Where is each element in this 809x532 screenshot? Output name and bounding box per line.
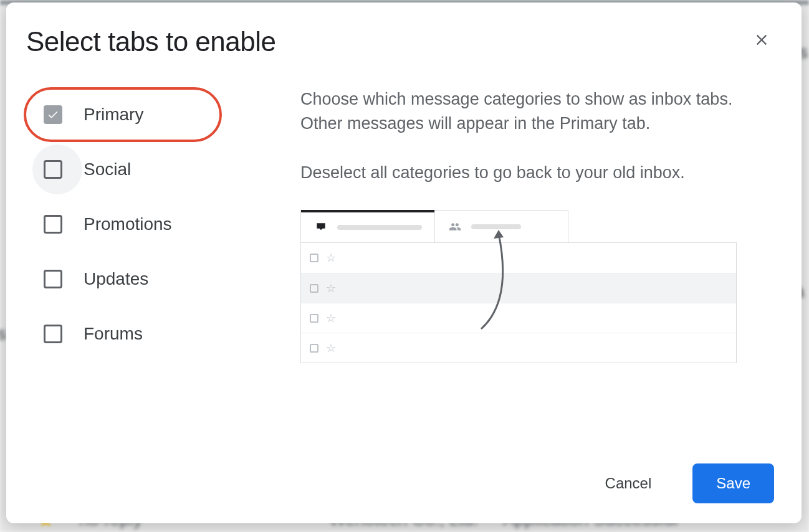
dialog-title: Select tabs to enable — [26, 26, 774, 57]
close-icon — [753, 31, 770, 49]
option-promotions[interactable]: Promotions — [26, 197, 263, 252]
check-icon — [47, 108, 59, 121]
save-button[interactable]: Save — [692, 463, 774, 503]
option-label: Forums — [84, 324, 143, 344]
options-list: Primary Social Promotions Updates Forums — [26, 82, 263, 451]
checkbox-social[interactable] — [44, 160, 62, 179]
option-label: Promotions — [84, 214, 172, 234]
people-icon — [448, 221, 462, 233]
inbox-preview: ☆ ☆ ☆ ☆ — [300, 210, 737, 363]
option-forums[interactable]: Forums — [26, 306, 263, 361]
preview-tab-social — [434, 211, 568, 242]
cancel-button[interactable]: Cancel — [582, 463, 676, 503]
dialog-description: Choose which message categories to show … — [300, 87, 737, 185]
preview-tab-primary — [301, 210, 434, 242]
checkbox-forums[interactable] — [44, 325, 62, 343]
option-primary[interactable]: Primary — [24, 87, 222, 142]
checkbox-updates[interactable] — [44, 270, 62, 288]
dialog-footer: Cancel Save — [26, 451, 774, 503]
checkbox-promotions[interactable] — [44, 215, 62, 234]
select-tabs-dialog: Select tabs to enable Primary Social Pro… — [6, 2, 802, 523]
checkbox-primary — [44, 105, 62, 124]
option-label: Social — [84, 159, 131, 179]
option-label: Primary — [84, 105, 143, 125]
option-updates[interactable]: Updates — [26, 252, 263, 306]
close-button[interactable] — [747, 25, 777, 55]
option-social[interactable]: Social — [26, 142, 263, 197]
inbox-icon — [314, 221, 328, 234]
option-label: Updates — [84, 269, 148, 289]
